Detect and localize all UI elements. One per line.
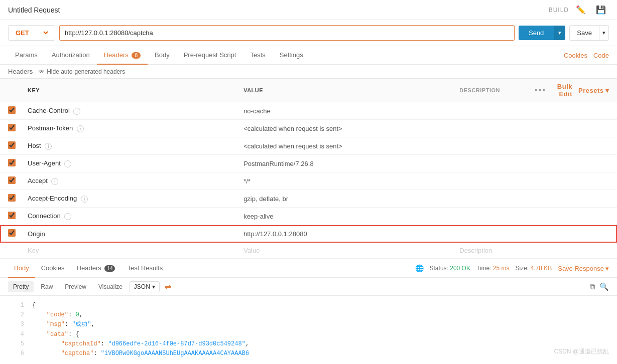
info-icon[interactable]: i (64, 160, 71, 167)
row-key-placeholder[interactable]: Key (20, 243, 235, 259)
tab-headers[interactable]: Headers 8 (97, 46, 148, 65)
row-checkbox[interactable] (8, 159, 16, 166)
row-checkbox[interactable] (8, 141, 16, 149)
tab-prerequest[interactable]: Pre-request Script (177, 46, 243, 65)
info-icon[interactable]: i (73, 108, 80, 115)
tab-test-results[interactable]: Test Results (121, 259, 169, 278)
save-dropdown-button[interactable]: ▾ (599, 25, 609, 41)
code-content: "captchaId": "d966edfe-2d16-4f0e-87d7-d9… (32, 339, 609, 349)
tab-authorization[interactable]: Authorization (45, 46, 97, 65)
row-action-cell (527, 137, 617, 155)
globe-icon[interactable]: 🌐 (415, 264, 424, 272)
info-icon[interactable]: i (45, 143, 52, 150)
code-link[interactable]: Code (593, 52, 609, 59)
line-number: 1 (8, 301, 24, 310)
presets-chevron: ▾ (605, 87, 609, 94)
row-value-cell: no-cache (235, 102, 451, 120)
copy-icon[interactable]: ⧉ (590, 282, 595, 291)
tab-settings[interactable]: Settings (273, 46, 310, 65)
row-checkbox[interactable] (8, 229, 16, 237)
save-btn-wrap: Save ▾ (569, 25, 609, 41)
tab-tests[interactable]: Tests (243, 46, 272, 65)
presets-btn[interactable]: Presets ▾ (578, 87, 609, 94)
bulk-edit-btn[interactable]: Bulk Edit (552, 83, 572, 98)
tab-headers-response[interactable]: Headers 14 (71, 259, 121, 278)
row-desc-placeholder[interactable]: Description (451, 243, 527, 259)
cookies-link[interactable]: Cookies (564, 52, 587, 59)
row-desc-cell (451, 190, 527, 208)
info-icon[interactable]: i (81, 196, 88, 203)
format-visualize-btn[interactable]: Visualize (93, 281, 128, 292)
row-checkbox[interactable] (8, 106, 16, 114)
language-select[interactable]: JSON ▾ (130, 281, 160, 292)
row-key-cell: Postman-Token i (20, 120, 235, 137)
headers-response-badge: 14 (104, 265, 115, 272)
tab-body-response[interactable]: Body (8, 259, 35, 278)
info-icon[interactable]: i (64, 213, 71, 220)
row-value-cell: <calculated when request is sent> (235, 137, 451, 155)
row-checkbox[interactable] (8, 194, 16, 202)
row-checkbox[interactable] (8, 176, 16, 184)
tab-body[interactable]: Body (148, 46, 177, 65)
col-actions: ••• Bulk Edit Presets ▾ (527, 79, 617, 102)
row-value-cell: PostmanRuntime/7.26.8 (235, 155, 451, 172)
hide-autogenerated-btn[interactable]: 👁 Hide auto-generated headers (39, 68, 125, 75)
format-pretty-btn[interactable]: Pretty (8, 281, 34, 292)
format-preview-btn[interactable]: Preview (60, 281, 91, 292)
sub-header: Headers 👁 Hide auto-generated headers (0, 65, 617, 79)
headers-table: KEY VALUE DESCRIPTION ••• Bulk Edit Pres… (0, 79, 617, 259)
tab-params[interactable]: Params (8, 46, 45, 65)
size-value: 4.78 KB (531, 265, 552, 272)
code-line-5: 5 "captchaId": "d966edfe-2d16-4f0e-87d7-… (0, 339, 617, 349)
response-tabs: Body Cookies Headers 14 Test Results 🌐 S… (0, 259, 617, 278)
row-action-cell (527, 172, 617, 190)
code-content: "msg": "成功", (32, 320, 609, 329)
method-select[interactable]: GET POST PUT DELETE (8, 25, 55, 41)
method-dropdown[interactable]: GET POST PUT DELETE (14, 29, 50, 37)
row-desc-cell (451, 208, 527, 225)
row-checkbox-cell (0, 172, 20, 190)
row-desc-cell (451, 225, 527, 243)
info-icon[interactable]: i (77, 125, 84, 132)
search-icon[interactable]: 🔍 (599, 282, 609, 291)
more-options-btn[interactable]: ••• (535, 86, 546, 95)
url-input[interactable] (60, 26, 514, 40)
save-response-btn[interactable]: Save Response ▾ (558, 265, 609, 272)
line-number: 2 (8, 310, 24, 320)
save-button[interactable]: Save (569, 25, 599, 41)
code-line-6: 6 "captcha": "iVBORw0KGgoAAAANSUhEUgAAAK… (0, 349, 617, 358)
language-label: JSON (134, 283, 150, 290)
edit-icon-btn[interactable]: ✏️ (573, 4, 589, 16)
table-row: Cache-Control i no-cache (0, 102, 617, 120)
row-checkbox-cell (0, 208, 20, 225)
send-dropdown-button[interactable]: ▾ (554, 26, 565, 40)
line-number: 5 (8, 339, 24, 349)
save-icon-btn[interactable]: 💾 (593, 4, 609, 16)
table-row-origin: Origin http://127.0.0.1:28080 (0, 225, 617, 243)
code-content: { (32, 301, 609, 310)
table-row-placeholder: Key Value Description (0, 243, 617, 259)
row-action-cell (527, 155, 617, 172)
col-description: DESCRIPTION (451, 79, 527, 102)
response-toolbar: Pretty Raw Preview Visualize JSON ▾ ⇌ ⧉ … (0, 278, 617, 296)
table-row: Accept i */* (0, 172, 617, 190)
line-number: 3 (8, 320, 24, 329)
status-label: Status: 200 OK (430, 265, 470, 272)
info-icon[interactable]: i (51, 178, 58, 185)
row-action-cell (527, 208, 617, 225)
response-code-area: 1 { 2 "code": 0, 3 "msg": "成功", 4 "data"… (0, 296, 617, 363)
row-checkbox[interactable] (8, 124, 16, 131)
row-checkbox[interactable] (8, 212, 16, 219)
language-chevron: ▾ (152, 283, 155, 290)
row-value-placeholder[interactable]: Value (235, 243, 451, 259)
response-status-bar: 🌐 Status: 200 OK Time: 25 ms Size: 4.78 … (415, 264, 609, 272)
tab-cookies-response[interactable]: Cookies (35, 259, 71, 278)
code-content: "captcha": "iVBORw0KGgoAAAANSUhEUgAAAKAA… (32, 349, 609, 358)
row-checkbox-cell (0, 120, 20, 137)
bottom-section: Body Cookies Headers 14 Test Results 🌐 S… (0, 259, 617, 363)
wrap-btn[interactable]: ⇌ (162, 281, 174, 292)
row-key-cell: Origin (20, 225, 235, 243)
row-action-placeholder (527, 243, 617, 259)
format-raw-btn[interactable]: Raw (36, 281, 58, 292)
send-button[interactable]: Send (519, 26, 554, 40)
